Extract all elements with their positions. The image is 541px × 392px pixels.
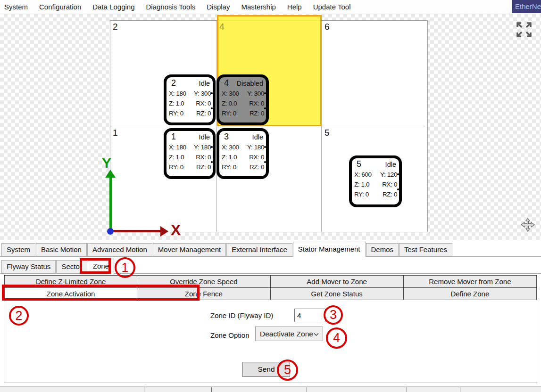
menu-data-logging[interactable]: Data Logging <box>87 3 140 11</box>
planar-viewport: 2 4 6 1 5 2 Idle X: 180Y: 300 Z: 1.0RX: … <box>0 14 541 240</box>
remove-mover-from-zone-button[interactable]: Remove Mover from Zone <box>403 275 537 288</box>
define-z-limited-zone-button[interactable]: Define Z-Limited Zone <box>4 275 137 288</box>
mover-5[interactable]: 5 Idle X: 600Y: 120 Z: 1.0RX: 0 RY: 0RZ:… <box>349 155 402 207</box>
tab-advanced-motion[interactable]: Advanced Motion <box>87 243 152 256</box>
mover-id: 4 <box>222 78 229 89</box>
mover-handle-dot <box>264 92 266 94</box>
mover-id: 2 <box>169 78 176 89</box>
mover-handle-dot <box>397 188 399 190</box>
sector-label-1: 1 <box>113 128 118 137</box>
zone-id-input[interactable] <box>294 309 325 322</box>
menu-mastership[interactable]: Mastership <box>235 3 281 11</box>
menu-system[interactable]: System <box>0 3 33 11</box>
tab-external-interface[interactable]: External Interface <box>226 243 292 256</box>
menu-help[interactable]: Help <box>282 3 308 11</box>
fullscreen-expand-icon[interactable] <box>514 19 534 42</box>
mover-handle-dot <box>264 146 266 148</box>
zone-option-value: Deactivate Zone <box>260 330 313 338</box>
menu-display[interactable]: Display <box>201 3 235 11</box>
mover-3[interactable]: 3 Idle X: 300Y: 180 Z: 1.0RX: 0 RY: 0RZ:… <box>216 128 269 179</box>
pan-move-icon[interactable] <box>521 218 535 234</box>
chevron-down-icon <box>314 330 319 338</box>
statusbar-divider <box>407 387 407 392</box>
mover-handle-dot <box>264 161 266 163</box>
mover-handle-dot <box>211 146 213 148</box>
y-axis-label: Y <box>102 155 111 171</box>
tab-flyway-status[interactable]: Flyway Status <box>1 260 56 273</box>
x-axis-label: X <box>171 221 181 239</box>
zone-id-label: Zone ID (Flyway ID) <box>210 309 273 322</box>
zone-activation-button[interactable]: Zone Activation <box>4 287 137 300</box>
override-zone-speed-button[interactable]: Override Zone Speed <box>137 275 270 288</box>
tab-stator-management[interactable]: Stator Management <box>293 242 366 257</box>
zone-button-grid: Define Z-Limited Zone Override Zone Spee… <box>4 275 537 300</box>
app-window: System Configuration Data Logging Diagno… <box>0 0 541 392</box>
zone-fence-button[interactable]: Zone Fence <box>137 287 270 300</box>
mover-1[interactable]: 1 Idle X: 180Y: 180 Z: 1.0RX: 0 RY: 0RZ:… <box>164 128 216 179</box>
zone-option-label: Zone Option <box>210 328 250 343</box>
send-button[interactable]: Send <box>242 362 290 377</box>
x-axis-line <box>110 230 160 232</box>
mover-handle-dot <box>211 161 213 163</box>
statusbar-divider <box>144 387 144 392</box>
mover-status: Idle <box>199 78 211 89</box>
mover-status: Idle <box>385 159 397 170</box>
mover-status: Idle <box>252 132 264 143</box>
mover-id: 1 <box>169 131 176 142</box>
mover-2[interactable]: 2 Idle X: 180Y: 300 Z: 1.0RX: 0 RY: 0RZ:… <box>164 74 216 125</box>
sector-label-6: 6 <box>325 22 330 31</box>
menu-configuration[interactable]: Configuration <box>33 3 87 11</box>
mover-handle-dot <box>211 107 213 109</box>
zone-panel: Define Z-Limited Zone Override Zone Spee… <box>4 274 537 383</box>
origin-dot <box>107 228 114 235</box>
tab-demos[interactable]: Demos <box>366 243 399 256</box>
get-zone-status-button[interactable]: Get Zone Status <box>270 287 404 300</box>
sector-label-5: 5 <box>325 128 330 137</box>
y-axis-line <box>109 177 112 232</box>
tab-test-features[interactable]: Test Features <box>399 243 452 256</box>
status-bar <box>0 386 541 392</box>
sector-cell-6[interactable] <box>322 21 425 126</box>
tab-system[interactable]: System <box>1 243 35 256</box>
define-zone-button[interactable]: Define Zone <box>403 287 537 300</box>
tab-sector[interactable]: Sector <box>56 260 87 273</box>
zone-option-select[interactable]: Deactivate Zone <box>255 327 323 341</box>
mover-handle-dot <box>397 173 399 175</box>
ethernet-status-badge[interactable]: EtherNe <box>512 0 541 13</box>
statusbar-divider <box>307 387 307 392</box>
mover-handle-dot <box>211 92 213 94</box>
main-tabstrip: System Basic Motion Advanced Motion Move… <box>0 241 541 257</box>
mover-id: 3 <box>222 131 229 142</box>
statusbar-divider <box>211 387 212 392</box>
menubar: System Configuration Data Logging Diagno… <box>0 0 541 14</box>
sector-label-4: 4 <box>219 22 225 31</box>
statusbar-divider <box>460 387 460 392</box>
menu-update-tool[interactable]: Update Tool <box>308 3 357 11</box>
tab-zone[interactable]: Zone <box>88 259 114 274</box>
mover-status: Idle <box>199 132 211 143</box>
add-mover-to-zone-button[interactable]: Add Mover to Zone <box>270 275 404 288</box>
menu-diagnosis-tools[interactable]: Diagnosis Tools <box>141 3 201 11</box>
mover-id: 5 <box>354 159 361 170</box>
sub-tabstrip: Flyway Status Sector Zone <box>0 258 541 274</box>
tab-basic-motion[interactable]: Basic Motion <box>36 243 87 256</box>
mover-4[interactable]: 4 Disabled X: 300Y: 300 Z: 0.0RX: 0 RY: … <box>216 74 269 125</box>
mover-handle-dot <box>264 107 266 109</box>
tab-mover-management[interactable]: Mover Management <box>153 243 226 256</box>
x-axis-arrowhead-icon <box>160 226 168 237</box>
mover-status: Disabled <box>237 78 264 89</box>
sector-label-2: 2 <box>113 22 118 31</box>
